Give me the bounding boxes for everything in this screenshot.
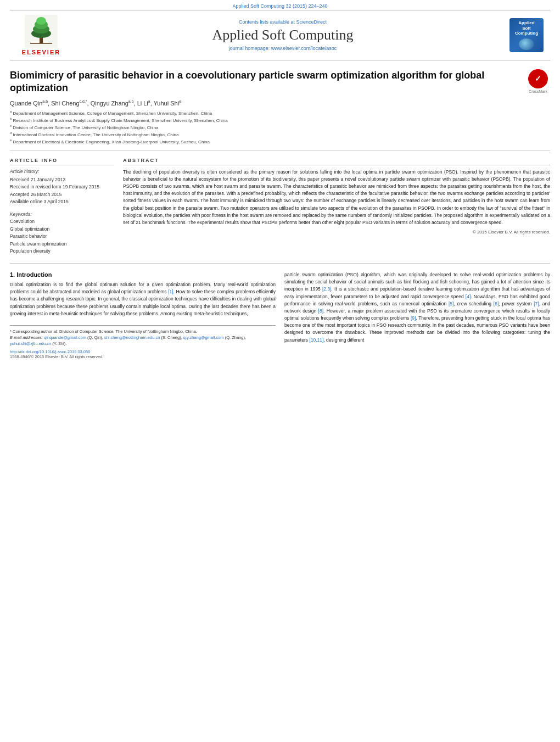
keyword-coevolution: Coevolution — [10, 218, 114, 226]
email-addresses: E-mail addresses: qinquande@gmail.com (Q… — [10, 334, 276, 347]
journal-header: ELSEVIER Contents lists available at Sci… — [10, 10, 550, 60]
affiliation-c: c Division of Computer Science, The Univ… — [10, 124, 550, 131]
journal-homepage: journal homepage: www.elsevier.com/locat… — [66, 46, 500, 51]
email-shi: yuhui.shi@xjtlu.edu.cn — [10, 341, 51, 346]
badge-circle-icon — [519, 38, 534, 50]
affiliation-e: e Department of Electrical & Electronic … — [10, 138, 550, 145]
crossmark-icon: ✓ — [528, 69, 548, 88]
email-qin: qinquande@gmail.com — [44, 335, 86, 340]
paper-title-row: Biomimicry of parasitic behavior in a co… — [10, 69, 550, 95]
svg-point-5 — [36, 17, 46, 25]
abstract-col: ABSTRACT The declining of population div… — [123, 158, 550, 255]
journal-center: Contents lists available at ScienceDirec… — [66, 19, 500, 51]
ref-9: [9] — [411, 315, 416, 321]
elsevier-logo: ELSEVIER — [16, 15, 66, 55]
homepage-link-text: www.elsevier.com/locate/asoc — [271, 46, 337, 51]
elsevier-tree-icon — [25, 15, 58, 48]
authors-line: Quande Qina,b, Shi Chengc,d,*, Qingyu Zh… — [10, 99, 550, 107]
intro-right-text: particle swarm optimization (PSO) algori… — [284, 271, 550, 344]
keyword-pso: Particle swarm optimization — [10, 241, 114, 248]
doi-link: http://dx.doi.org/10.1016/j.asoc.2015.03… — [10, 349, 276, 354]
ref-10-11: [10,11] — [309, 337, 323, 343]
ref-4: [4] — [466, 294, 471, 299]
abstract-header: ABSTRACT — [123, 158, 550, 165]
affiliation-a: a Department of Management Science, Coll… — [10, 109, 550, 116]
ref-1: [1] — [168, 289, 173, 294]
ref-6: [6] — [494, 301, 499, 306]
article-info-header: ARTICLE INFO — [10, 158, 114, 165]
abstract-text: The declining of population diversity is… — [123, 169, 550, 226]
footnote-section: * Corresponding author at: Division of C… — [10, 325, 276, 359]
received-date: Received 21 January 2013 Received in rev… — [10, 176, 114, 206]
affiliation-b: b Research Institute of Business Analyti… — [10, 116, 550, 124]
section-divider — [10, 263, 550, 264]
journal-title: Applied Soft Computing — [66, 27, 500, 43]
crossmark-badge: ✓ CrossMark — [526, 69, 550, 93]
affiliation-d: d International Doctoral Innovation Cent… — [10, 131, 550, 138]
ref-5: [5] — [449, 301, 453, 306]
journal-ref-text: Applied Soft Computing 32 (2015) 224–240 — [232, 3, 327, 9]
intro-left-text: Global optimization is to find the globa… — [10, 281, 276, 317]
elsevier-label: ELSEVIER — [22, 49, 60, 55]
keyword-population-diversity: Population diversity — [10, 248, 114, 255]
article-info-col: ARTICLE INFO Article history: Received 2… — [10, 158, 114, 255]
journal-reference: Applied Soft Computing 32 (2015) 224–240 — [0, 0, 560, 10]
email-cheng: shi.cheng@nottingham.edu.cn — [104, 335, 160, 340]
asc-badge: AppliedSoftComputing — [509, 18, 544, 52]
intro-right-col: particle swarm optimization (PSO) algori… — [284, 271, 550, 359]
sciencedirect-link-text: ScienceDirect — [296, 19, 327, 25]
copyright-line: © 2015 Elsevier B.V. All rights reserved… — [123, 230, 550, 235]
affiliations: a Department of Management Science, Coll… — [10, 109, 550, 144]
introduction-section: 1. Introduction Global optimization is t… — [10, 271, 550, 359]
keyword-global-optimization: Global optimization — [10, 226, 114, 233]
intro-title: 1. Introduction — [10, 271, 276, 278]
ref-8: [8] — [318, 308, 323, 314]
email-zhang: q.y.zhang@gmail.com — [183, 335, 224, 340]
sciencedirect-info: Contents lists available at ScienceDirec… — [66, 19, 500, 25]
intro-left-col: 1. Introduction Global optimization is t… — [10, 271, 276, 359]
badge-text: AppliedSoftComputing — [515, 20, 538, 36]
corresponding-author-note: * Corresponding author at: Division of C… — [10, 328, 276, 334]
keywords-list: Coevolution Global optimization Parasiti… — [10, 218, 114, 255]
ref-2-3: [2,3] — [322, 286, 332, 292]
paper-title-section: Biomimicry of parasitic behavior in a co… — [10, 69, 550, 151]
crossmark-label: CrossMark — [529, 90, 547, 93]
keywords-label: Keywords: — [10, 211, 114, 217]
issn-text: 1568-4946/© 2015 Elsevier B.V. All right… — [10, 354, 276, 359]
asc-badge-container: AppliedSoftComputing — [500, 18, 544, 52]
info-abstract-section: ARTICLE INFO Article history: Received 2… — [10, 158, 550, 255]
keyword-parasitic-behavior: Parasitic behavior — [10, 233, 114, 241]
history-label: Article history: — [10, 169, 114, 174]
ref-7: [7] — [534, 301, 539, 306]
paper-title: Biomimicry of parasitic behavior in a co… — [10, 69, 526, 95]
